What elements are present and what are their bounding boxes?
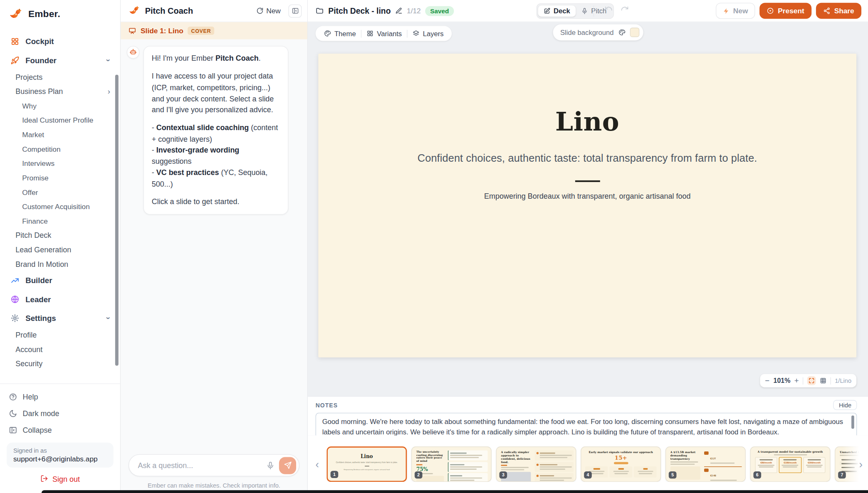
cover-badge: COVER <box>188 27 215 35</box>
background-color-swatch[interactable] <box>630 28 639 37</box>
lightning-icon <box>723 7 730 14</box>
slide-thumbnail-3[interactable]: A radically simpler approach to confiden… <box>496 446 576 482</box>
pitch-coach-panel: Pitch Coach New Slide 1: Lino COVER Hi! … <box>121 0 308 493</box>
coach-messages: Hi! I'm your Ember Pitch Coach. I have a… <box>121 39 307 449</box>
thumbnails-rail: Lino Confident choices, authentic taste:… <box>326 446 862 482</box>
sidebar-item-security[interactable]: Security <box>5 356 114 371</box>
rename-icon[interactable] <box>395 7 402 14</box>
zoom-in-button[interactable]: + <box>794 376 799 385</box>
play-circle-icon <box>767 7 774 14</box>
sidebar-scrollbar[interactable] <box>115 75 119 366</box>
sidebar-item-projects[interactable]: Projects <box>5 70 114 84</box>
sidebar-item-customer-acquisition[interactable]: Customer Acquisition <box>5 199 114 214</box>
slide-thumbnail-2[interactable]: The uncertainty costing discerning eater… <box>411 446 492 482</box>
variants-button[interactable]: Variants <box>361 30 407 37</box>
sidebar-item-settings[interactable]: Settings› <box>5 309 114 328</box>
deck-pitch-toggle: Deck Pitch <box>537 3 614 19</box>
slide-tagline[interactable]: Empowering Bordeaux with transparent, or… <box>484 192 690 200</box>
sidebar-item-lead-generation[interactable]: Lead Generation <box>5 242 114 257</box>
edit-icon <box>544 8 550 15</box>
message-bullet-3: - VC best practices (YC, Sequoia, 500...… <box>152 167 280 190</box>
sidebar-item-competition[interactable]: Competition <box>5 142 114 156</box>
coach-new-button[interactable]: New <box>256 7 281 15</box>
slide-background-label: Slide background <box>560 29 614 37</box>
thumbnails-next-button[interactable]: › <box>856 459 866 470</box>
sidebar-footer-label: Collapse <box>23 426 52 434</box>
app-logo[interactable]: Ember. <box>0 0 120 27</box>
grid-view-button[interactable] <box>820 377 826 384</box>
rocket-icon <box>10 56 20 65</box>
share-button[interactable]: Share <box>816 3 861 19</box>
notes-scrollbar[interactable] <box>851 416 854 429</box>
slide-thumbnail-4[interactable]: Early market signals validate our approa… <box>581 446 661 482</box>
sidebar: Ember. CockpitFounder›ProjectsBusiness P… <box>0 0 121 493</box>
sidebar-item-market[interactable]: Market <box>5 127 114 142</box>
chevron-right-icon: › <box>108 87 110 95</box>
sidebar-item-label: Customer Acquisition <box>22 202 110 210</box>
sidebar-item-pitch-deck[interactable]: Pitch Deck <box>5 228 114 242</box>
thumbnail-number: 2 <box>415 471 423 478</box>
message-intro: I have access to all your project data (… <box>152 71 280 116</box>
present-button[interactable]: Present <box>759 3 811 19</box>
fit-to-screen-button[interactable] <box>807 376 816 385</box>
layers-button[interactable]: Layers <box>407 30 448 37</box>
zoom-level: 101% <box>774 377 791 385</box>
sidebar-footer-help[interactable]: Help <box>7 388 114 405</box>
sidebar-item-ideal-customer-profile[interactable]: Ideal Customer Profile <box>5 113 114 128</box>
slide-canvas[interactable]: Lino Confident choices, authentic taste:… <box>318 54 856 357</box>
slide-thumbnail-1[interactable]: Lino Confident choices, authentic taste:… <box>326 446 407 482</box>
slide-thumbnail-6[interactable]: A transparent model for sustainable grow… <box>750 446 831 482</box>
sidebar-item-label: Settings <box>25 314 101 323</box>
slide-thumbnail-5[interactable]: A $13.5B market demanding transparency €… <box>665 446 746 482</box>
sidebar-item-label: Founder <box>25 56 101 64</box>
sidebar-item-builder[interactable]: Builder <box>5 271 114 290</box>
slide-context-banner[interactable]: Slide 1: Lino COVER <box>121 22 307 39</box>
sidebar-footer-label: Dark mode <box>23 409 59 417</box>
grid-icon <box>10 37 20 47</box>
sign-out-button[interactable]: Sign out <box>7 471 114 488</box>
sidebar-item-promise[interactable]: Promise <box>5 170 114 185</box>
thumbnails-prev-button[interactable]: ‹ <box>312 459 322 469</box>
ember-bird-icon <box>129 4 141 17</box>
trend-icon <box>10 276 20 286</box>
app-logo-text: Ember. <box>28 9 60 20</box>
message-greeting: Hi! I'm your Ember Pitch Coach. <box>152 53 280 64</box>
sidebar-footer-collapse[interactable]: Collapse <box>7 422 114 438</box>
theme-button[interactable]: Theme <box>319 30 361 37</box>
thumbnail-number: 4 <box>584 471 592 478</box>
undo-button[interactable] <box>604 5 613 13</box>
notes-textarea[interactable]: Good morning. We're here today to talk a… <box>316 413 857 438</box>
hide-notes-button[interactable]: Hide <box>833 400 857 410</box>
sidebar-item-brand-in-motion[interactable]: Brand In Motion <box>5 257 114 271</box>
send-button[interactable] <box>279 457 296 474</box>
canvas-toolbar: Theme Variants Layers <box>316 26 452 41</box>
mic-icon[interactable] <box>266 461 274 469</box>
zoom-out-button[interactable]: − <box>765 376 769 385</box>
sidebar-item-finance[interactable]: Finance <box>5 214 114 228</box>
notes-section: NOTES Hide Good morning. We're here toda… <box>308 396 868 436</box>
sidebar-item-why[interactable]: Why <box>5 99 114 113</box>
sidebar-item-account[interactable]: Account <box>5 342 114 357</box>
sidebar-item-profile[interactable]: Profile <box>5 328 114 342</box>
sidebar-item-label: Interviews <box>22 159 110 168</box>
sidebar-item-cockpit[interactable]: Cockpit <box>5 32 114 51</box>
redo-button[interactable] <box>621 5 629 13</box>
panel-collapse-icon <box>292 7 299 14</box>
collapse-panel-button[interactable] <box>288 4 302 17</box>
sidebar-item-leader[interactable]: Leader <box>5 290 114 308</box>
tab-deck[interactable]: Deck <box>538 5 576 17</box>
sidebar-footer-dark-mode[interactable]: Dark mode <box>7 405 114 422</box>
slide-subtitle[interactable]: Confident choices, authentic taste: tota… <box>418 152 757 164</box>
main-header: Pitch Deck - lino 1/12 Saved Deck Pitch <box>308 0 868 22</box>
slide-title[interactable]: Lino <box>555 107 619 137</box>
ask-question-input[interactable] <box>138 461 262 469</box>
palette-icon <box>324 30 331 37</box>
sidebar-item-interviews[interactable]: Interviews <box>5 156 114 170</box>
sidebar-item-business-plan[interactable]: Business Plan› <box>5 84 114 99</box>
collapse-icon <box>9 426 17 434</box>
new-deck-button[interactable]: New <box>716 3 755 19</box>
sidebar-item-label: Promise <box>22 173 110 182</box>
sidebar-item-founder[interactable]: Founder› <box>5 51 114 69</box>
sidebar-item-offer[interactable]: Offer <box>5 185 114 200</box>
thumbnail-number: 6 <box>753 471 761 478</box>
